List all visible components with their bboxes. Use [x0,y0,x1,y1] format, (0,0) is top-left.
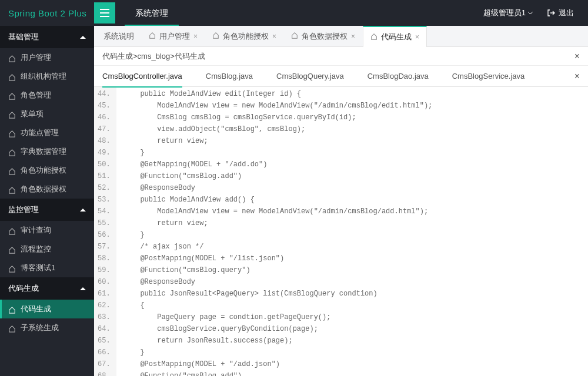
home-icon [8,128,16,137]
code-line: @PostMapping(MODEL + "/add.json") [123,358,454,370]
page-tab[interactable]: 代码生成× [363,26,427,47]
page-tab-label: 角色功能授权 [223,31,269,42]
home-icon [8,109,16,118]
page-tab-label: 用户管理 [159,31,190,42]
logout-button[interactable]: 退出 [540,8,581,18]
sidebar-item[interactable]: 审计查询 [0,221,94,240]
page-tab[interactable]: 用户管理× [142,26,205,46]
home-icon [8,323,16,332]
line-number: 45. [98,100,111,112]
line-number: 54. [98,206,111,217]
code-editor[interactable]: 44.45.46.47.48.49.50.51.52.53.54.55.56.5… [94,87,588,376]
caret-up-icon [80,36,86,39]
home-icon [8,263,16,272]
page-tab[interactable]: 系统说明 [96,26,142,46]
breadcrumb: 代码生成>cms_blog>代码生成 [102,51,205,62]
sidebar-item[interactable]: 角色功能授权 [0,161,94,180]
sidebar-item[interactable]: 功能点管理 [0,123,94,142]
file-tab[interactable]: CmsBlogQuery.java [276,66,344,87]
code-line: { [123,300,454,311]
code-line: return view; [123,135,454,147]
code-line: ModelAndView view = new ModelAndView("/a… [123,100,454,112]
sidebar-item[interactable]: 角色管理 [0,86,94,105]
sidebar-item[interactable]: 流程监控 [0,240,94,258]
nav-system[interactable]: 系统管理 [125,0,179,26]
sidebar-item[interactable]: 字典数据管理 [0,142,94,161]
code-line: @GetMapping(MODEL + "/add.do") [123,159,454,170]
close-icon[interactable]: × [574,71,580,82]
code-line: @Function("cmsBlog.query") [123,264,454,276]
line-number: 52. [98,182,111,194]
line-number: 59. [98,264,111,276]
file-tab[interactable]: CmsBlog.java [206,66,253,87]
line-number: 68. [98,370,111,376]
sidebar[interactable]: 基础管理用户管理组织机构管理角色管理菜单项功能点管理字典数据管理角色功能授权角色… [0,26,94,376]
user-menu[interactable]: 超级管理员1 [476,8,540,18]
sidebar-item[interactable]: 菜单项 [0,105,94,123]
page-tab[interactable]: 角色功能授权× [205,26,284,46]
line-number: 61. [98,288,111,300]
home-icon [8,53,16,62]
topbar: Spring Boot 2 Plus 系统管理 超级管理员1 退出 [0,0,588,26]
page-tabs: 系统说明用户管理×角色功能授权×角色数据授权×代码生成× [94,26,588,47]
close-icon[interactable]: × [351,32,355,41]
sidebar-item[interactable]: 博客测试1 [0,258,94,277]
home-icon [8,226,16,234]
page-tab-label: 系统说明 [103,31,134,42]
sidebar-item[interactable]: 代码生成 [0,300,94,318]
brand: Spring Boot 2 Plus [0,8,94,18]
code-line: return view; [123,217,454,229]
close-icon[interactable]: × [193,32,198,41]
home-icon [291,32,298,41]
sidebar-item[interactable]: 组织机构管理 [0,67,94,86]
close-icon[interactable]: × [415,33,419,41]
file-tab[interactable]: CmsBlogController.java [102,66,182,87]
line-number: 63. [98,311,111,323]
gutter: 44.45.46.47.48.49.50.51.52.53.54.55.56.5… [94,87,116,376]
code-line: @Function("cmsBlog.add") [123,170,454,182]
sidebar-group-label: 基础管理 [8,32,39,42]
file-tab[interactable]: CmsBlogService.java [452,66,525,87]
home-icon [370,33,377,42]
home-icon [8,72,16,80]
code-line: } [123,229,454,241]
code-line: CmsBlog cmsBlog = cmsBlogService.queryBy… [123,112,454,123]
code-line: } [123,347,454,358]
menu-toggle-button[interactable] [94,2,115,24]
code-line: @ResponseBody [123,182,454,194]
close-icon[interactable]: × [574,51,580,62]
user-label: 超级管理员1 [483,8,526,18]
menu-icon [100,9,109,17]
sidebar-item[interactable]: 子系统生成 [0,318,94,337]
page-tab[interactable]: 角色数据授权× [284,26,363,46]
logout-label: 退出 [559,8,574,18]
line-number: 64. [98,323,111,335]
sidebar-group-header[interactable]: 代码生成 [0,277,94,300]
sidebar-item-label: 字典数据管理 [21,146,66,157]
code-line: return JsonResult.success(page); [123,335,454,347]
close-icon[interactable]: × [272,32,276,41]
sidebar-item-label: 角色数据授权 [21,184,66,194]
code-line: public JsonResult<PageQuery> list(CmsBlo… [123,288,454,300]
line-number: 51. [98,170,111,182]
sidebar-group-header[interactable]: 基础管理 [0,26,94,48]
main: 系统说明用户管理×角色功能授权×角色数据授权×代码生成× 代码生成>cms_bl… [94,26,588,376]
line-number: 62. [98,300,111,311]
line-number: 67. [98,358,111,370]
code-line: @Function("cmsBlog.add") [123,370,454,376]
code-line: /* ajax json */ [123,241,454,253]
sidebar-item[interactable]: 角色数据授权 [0,180,94,199]
home-icon [8,90,16,99]
file-tab[interactable]: CmsBlogDao.java [368,66,429,87]
sidebar-group-header[interactable]: 监控管理 [0,199,94,221]
page-tab-label: 代码生成 [381,32,412,42]
logout-icon [547,9,555,17]
code-line: } [123,147,454,159]
line-number: 49. [98,147,111,159]
home-icon [8,184,16,193]
line-number: 47. [98,123,111,135]
line-number: 46. [98,112,111,123]
sidebar-item[interactable]: 用户管理 [0,48,94,67]
home-icon [8,304,16,313]
line-number: 48. [98,135,111,147]
